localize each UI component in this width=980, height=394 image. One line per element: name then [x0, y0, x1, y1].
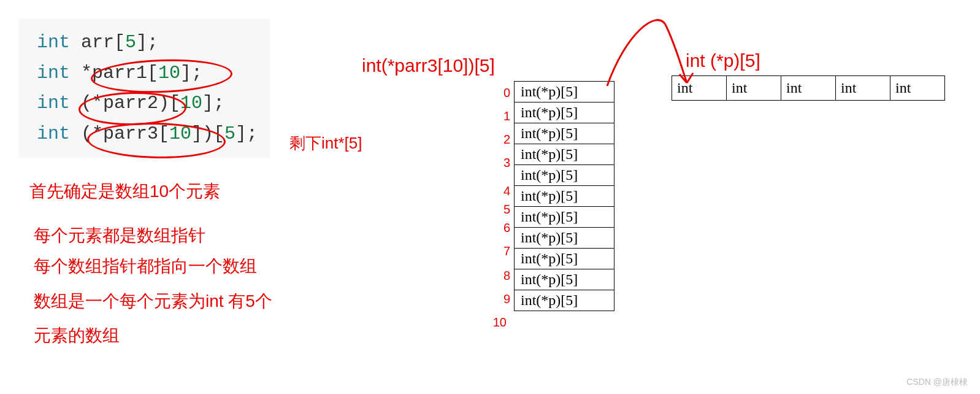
- array-cell: int(*p)[5]: [515, 228, 614, 249]
- index-0: 0: [494, 86, 510, 100]
- index-2: 2: [494, 133, 510, 147]
- heading-parr3: int(*parr3[10])[5]: [362, 55, 495, 76]
- code-rest: (*parr3[10])[5];: [70, 123, 258, 144]
- array-cell: int(*p)[5]: [515, 269, 614, 290]
- code-rest: arr[5];: [70, 32, 158, 53]
- keyword: int: [37, 63, 70, 83]
- index-8: 8: [494, 269, 510, 283]
- array-cell: int(*p)[5]: [515, 249, 614, 269]
- note-2: 每个元素都是数组指针: [34, 224, 205, 247]
- index-6: 6: [494, 221, 510, 235]
- index-5: 5: [494, 203, 510, 217]
- index-3: 3: [494, 156, 510, 170]
- note-4: 数组是一个每个元素为int 有5个: [34, 290, 272, 313]
- note-3: 每个数组指针都指向一个数组: [34, 255, 257, 278]
- int-cell: int: [672, 76, 727, 101]
- note-5: 元素的数组: [34, 324, 120, 347]
- code-line-1: int arr[5];: [37, 28, 258, 58]
- array-cell: int(*p)[5]: [515, 144, 614, 165]
- int-cell: int: [727, 76, 781, 101]
- code-line-2: int *parr1[10];: [37, 58, 258, 89]
- array-cell: int(*p)[5]: [515, 186, 614, 207]
- index-1: 1: [494, 109, 510, 123]
- int-cell: int: [836, 76, 890, 101]
- array-cell: int(*p)[5]: [515, 207, 614, 228]
- index-4: 4: [494, 184, 510, 198]
- keyword: int: [37, 32, 70, 53]
- code-line-3: int (*parr2)[10];: [37, 88, 258, 119]
- code-block: int arr[5]; int *parr1[10]; int (*parr2)…: [18, 18, 270, 158]
- note-remain: 剩下int*[5]: [289, 133, 362, 154]
- index-9: 9: [494, 292, 510, 306]
- heading-intp5: int (*p)[5]: [686, 50, 760, 71]
- array-cell: int(*p)[5]: [515, 82, 614, 102]
- array-cell: int(*p)[5]: [515, 290, 614, 311]
- int-cell: int: [781, 76, 836, 101]
- array-cell: int(*p)[5]: [515, 102, 614, 123]
- array-cell: int(*p)[5]: [515, 165, 614, 186]
- int-cell: int: [890, 76, 945, 101]
- array-cell: int(*p)[5]: [515, 123, 614, 144]
- code-rest: *parr1[10];: [70, 63, 202, 83]
- index-10: 10: [491, 315, 507, 330]
- code-rest: (*parr2)[10];: [70, 93, 224, 114]
- index-7: 7: [494, 244, 510, 258]
- int-row-table: int int int int int: [672, 75, 945, 101]
- code-line-4: int (*parr3[10])[5];: [37, 119, 258, 150]
- array-table: int(*p)[5] int(*p)[5] int(*p)[5] int(*p)…: [514, 81, 614, 311]
- keyword: int: [37, 123, 70, 144]
- keyword: int: [37, 93, 70, 114]
- note-1: 首先确定是数组10个元素: [29, 180, 220, 203]
- watermark: CSDN @唐棣棣: [906, 377, 968, 388]
